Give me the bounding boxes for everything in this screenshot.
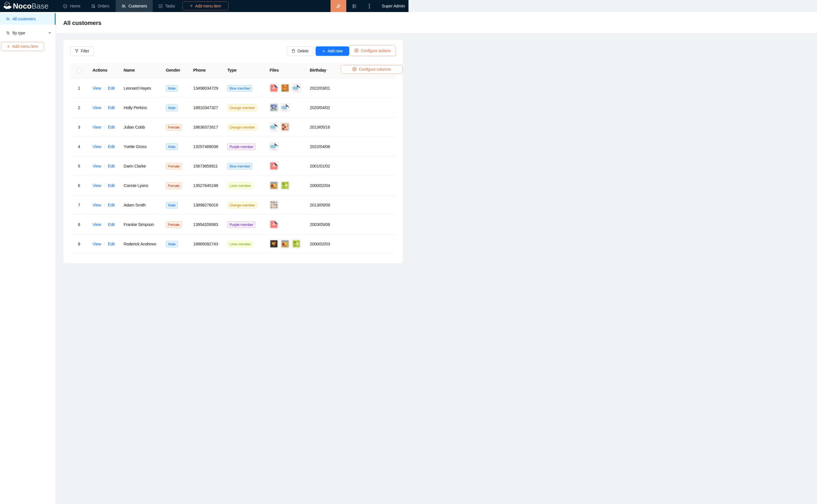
svg-text:DOC: DOC [293, 87, 298, 89]
svg-text:DOC: DOC [271, 126, 275, 128]
svg-text:DOC: DOC [271, 145, 275, 147]
svg-text:DOC: DOC [282, 107, 286, 109]
